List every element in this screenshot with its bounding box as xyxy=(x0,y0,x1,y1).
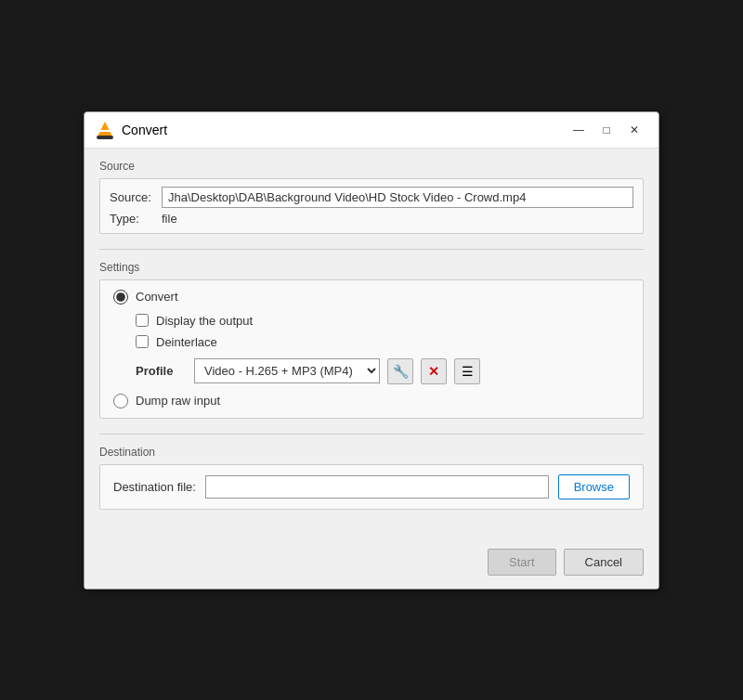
destination-section-label: Destination xyxy=(99,446,644,459)
browse-button[interactable]: Browse xyxy=(558,474,630,499)
destination-row: Destination file: Browse xyxy=(113,474,630,499)
convert-radio-row: Convert xyxy=(113,290,630,305)
divider-2 xyxy=(99,434,644,434)
start-button[interactable]: Start xyxy=(488,549,555,576)
display-output-label[interactable]: Display the output xyxy=(156,314,253,328)
destination-section: Destination Destination file: Browse xyxy=(99,446,644,510)
source-section: Source Source: Type: file xyxy=(99,160,644,234)
type-value: file xyxy=(162,212,177,226)
dump-radio[interactable] xyxy=(113,394,128,408)
cancel-button[interactable]: Cancel xyxy=(564,549,644,576)
destination-file-input[interactable] xyxy=(205,475,549,499)
delete-icon: ✕ xyxy=(428,364,439,379)
settings-section-label: Settings xyxy=(99,261,644,274)
list-profiles-button[interactable]: ☰ xyxy=(454,358,480,384)
deinterlace-label[interactable]: Deinterlace xyxy=(156,335,217,349)
maximize-button[interactable]: □ xyxy=(593,120,619,140)
edit-profile-button[interactable]: 🔧 xyxy=(387,358,413,384)
source-field-label: Source: xyxy=(110,190,156,204)
vlc-icon xyxy=(96,121,114,139)
display-output-row: Display the output xyxy=(136,314,630,328)
source-input[interactable] xyxy=(162,187,633,208)
settings-box: Convert Display the output Deinterlace P… xyxy=(99,279,644,419)
profile-label: Profile xyxy=(136,364,187,378)
profile-row: Profile Video - H.265 + MP3 (MP4) Video … xyxy=(136,358,630,384)
type-row: Type: file xyxy=(110,212,633,226)
wrench-icon: 🔧 xyxy=(393,364,409,379)
deinterlace-checkbox[interactable] xyxy=(136,335,149,348)
source-box: Source: Type: file xyxy=(99,178,644,234)
dest-file-label: Destination file: xyxy=(113,480,196,494)
title-bar: Convert — □ ✕ xyxy=(85,112,658,149)
delete-profile-button[interactable]: ✕ xyxy=(421,358,447,384)
list-icon: ☰ xyxy=(462,364,474,379)
display-output-checkbox[interactable] xyxy=(136,314,149,327)
dump-radio-row: Dump raw input xyxy=(113,394,630,408)
deinterlace-row: Deinterlace xyxy=(136,335,630,349)
window-controls: — □ ✕ xyxy=(566,120,647,140)
convert-radio-label[interactable]: Convert xyxy=(136,290,178,304)
footer: Start Cancel xyxy=(85,539,658,589)
settings-section: Settings Convert Display the output Dein… xyxy=(99,261,644,419)
divider-1 xyxy=(99,249,644,250)
source-row: Source: xyxy=(110,187,633,208)
convert-radio[interactable] xyxy=(113,290,128,305)
destination-box: Destination file: Browse xyxy=(99,464,644,510)
convert-window: Convert — □ ✕ Source Source: Type: file xyxy=(84,111,659,590)
minimize-button[interactable]: — xyxy=(566,120,592,140)
window-content: Source Source: Type: file Settings xyxy=(85,149,658,539)
close-button[interactable]: ✕ xyxy=(621,120,647,140)
source-section-label: Source xyxy=(99,160,644,173)
window-title: Convert xyxy=(122,123,558,137)
type-field-label: Type: xyxy=(110,212,156,226)
dump-label[interactable]: Dump raw input xyxy=(136,394,220,408)
profile-select[interactable]: Video - H.265 + MP3 (MP4) Video - H.264 … xyxy=(194,358,380,383)
